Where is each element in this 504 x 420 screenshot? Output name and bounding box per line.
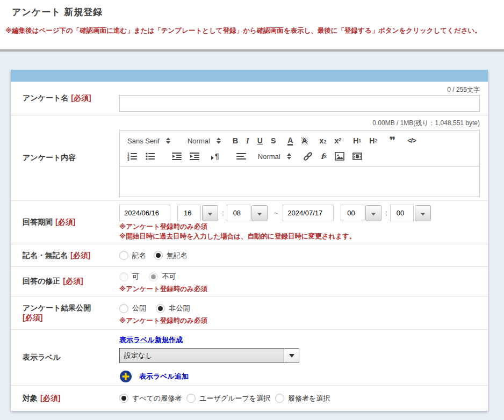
row-modification: 回答の修正 [必須] 可 不可 ※アンケート登録時のみ必須 xyxy=(11,267,488,296)
end-minute-spinner-button[interactable] xyxy=(415,205,431,221)
add-display-label-link[interactable]: 表示ラベル追加 xyxy=(139,372,189,381)
strike-button[interactable]: S xyxy=(271,136,276,146)
row-display-label: 表示ラベル 表示ラベル新規作成 設定なし 表示ラベル追加 xyxy=(11,330,488,386)
updown-arrows-icon xyxy=(166,137,170,144)
start-minute-input[interactable] xyxy=(227,205,250,221)
size-counter: 0.00MB / 1MB(残り：1,048,551 byte) xyxy=(119,119,480,127)
target-label: 対象 [必須] xyxy=(23,386,119,411)
start-hour-spinner-button[interactable] xyxy=(202,205,218,221)
radio-public[interactable]: 公開 xyxy=(119,303,146,313)
period-note-2: ※開始日時に過去日時を入力した場合は、自動的に登録日時に変更されます。 xyxy=(119,232,480,241)
indent-icon[interactable] xyxy=(190,151,199,161)
text-color-button[interactable]: A xyxy=(287,136,293,146)
answer-period-label: 回答期間 [必須] xyxy=(23,201,119,244)
row-survey-content: アンケート内容 0.00MB / 1MB(残り：1,048,551 byte) … xyxy=(11,115,488,201)
start-minute-spinner-button[interactable] xyxy=(251,205,268,221)
updown-arrows-icon xyxy=(287,153,291,160)
editor-content-area[interactable] xyxy=(119,166,480,197)
svg-text:3: 3 xyxy=(127,157,129,161)
radio-circle-icon xyxy=(119,251,128,260)
modification-note: ※アンケート登録時のみ必須 xyxy=(119,285,480,293)
radio-select-students[interactable]: 履修者を選択 xyxy=(275,394,330,403)
anonymity-label: 記名・無記名 [必須] xyxy=(23,244,119,266)
subscript-button[interactable]: x2 xyxy=(320,136,327,146)
start-hour-input[interactable] xyxy=(177,205,201,221)
italic-button[interactable]: I xyxy=(246,136,249,146)
radio-circle-icon xyxy=(186,394,196,403)
create-display-label-link[interactable]: 表示ラベル新規作成 xyxy=(119,335,183,345)
radio-select-user-group[interactable]: ユーザグループを選択 xyxy=(186,394,270,403)
heading-picker[interactable]: Normal xyxy=(188,137,221,145)
radio-private[interactable]: 非公開 xyxy=(156,303,190,313)
align-icon[interactable] xyxy=(236,151,246,161)
radio-named[interactable]: 記名 xyxy=(119,251,146,260)
updown-arrows-icon xyxy=(217,137,221,144)
end-minute-input[interactable] xyxy=(390,205,414,221)
display-label-label: 表示ラベル xyxy=(23,330,119,385)
bold-button[interactable]: B xyxy=(233,136,238,146)
radio-circle-icon xyxy=(119,304,128,313)
formula-icon[interactable]: fx xyxy=(321,151,327,161)
row-survey-name: アンケート名 [必須] 0 / 255文字 xyxy=(11,82,488,115)
radio-circle-icon xyxy=(154,251,163,260)
radio-modification-not-allowed[interactable]: 不可 xyxy=(149,272,176,281)
display-label-select[interactable]: 設定なし xyxy=(119,348,299,363)
survey-name-label: アンケート名 [必須] xyxy=(23,82,119,115)
dropdown-arrow-icon xyxy=(284,349,299,363)
radio-all-students[interactable]: すべての履修者 xyxy=(119,394,182,403)
modification-label: 回答の修正 [必須] xyxy=(23,267,119,296)
size-picker[interactable]: Normal xyxy=(258,153,291,161)
row-anonymity: 記名・無記名 [必須] 記名 無記名 xyxy=(11,244,488,267)
outdent-icon[interactable] xyxy=(172,151,182,161)
row-result-publish: アンケート結果公開 [必須] 公開 非公開 ※アンケート登録時のみ必須 xyxy=(11,296,488,330)
code-button[interactable]: </> xyxy=(407,136,416,146)
required-badge: [必須] xyxy=(40,394,60,403)
required-badge: [必須] xyxy=(63,277,83,286)
result-publish-note: ※アンケート登録時のみ必須 xyxy=(119,316,480,325)
page-title: アンケート 新規登録 xyxy=(12,6,504,18)
period-note-1: ※アンケート登録時のみ必須 xyxy=(119,222,480,231)
plus-icon xyxy=(119,370,132,383)
radio-circle-icon xyxy=(275,394,284,403)
superscript-button[interactable]: x2 xyxy=(334,136,341,146)
highlight-color-button[interactable]: A xyxy=(301,137,307,144)
radio-circle-icon xyxy=(156,304,165,313)
radio-anonymous[interactable]: 無記名 xyxy=(154,251,188,260)
blockquote-button[interactable]: ❞ xyxy=(389,137,395,144)
panel-header-bar xyxy=(11,70,488,82)
row-target: 対象 [必須] すべての履修者 ユーザグループを選択 履修者を選択 xyxy=(11,386,488,411)
radio-circle-icon xyxy=(119,394,128,403)
edit-warning-note: ※編集後はページ下の「確認画面に進む」または「テンプレートとして登録」から確認画… xyxy=(5,26,504,35)
row-answer-period: 回答期間 [必須] : ~ : ※アンケート登録時のみ必須 ※開始日時に過去日時… xyxy=(11,201,488,244)
required-badge: [必須] xyxy=(23,313,42,323)
char-counter: 0 / 255文字 xyxy=(119,85,480,94)
time-colon: : xyxy=(222,209,224,217)
end-date-input[interactable] xyxy=(283,205,334,221)
radio-circle-icon xyxy=(119,272,128,281)
end-hour-spinner-button[interactable] xyxy=(365,205,381,221)
ordered-list-icon[interactable]: 123 xyxy=(127,151,137,161)
time-colon: : xyxy=(385,209,387,217)
add-display-label-button[interactable] xyxy=(119,370,132,383)
header-divider xyxy=(0,49,504,52)
text-direction-icon[interactable]: ¶ xyxy=(211,153,219,160)
h2-button[interactable]: H2 xyxy=(369,136,377,146)
required-badge: [必須] xyxy=(55,218,75,227)
period-tilde: ~ xyxy=(274,209,278,217)
link-icon[interactable] xyxy=(303,151,313,161)
survey-content-label: アンケート内容 xyxy=(23,115,119,200)
font-picker[interactable]: Sans Serif xyxy=(127,137,170,145)
radio-modification-allowed[interactable]: 可 xyxy=(119,272,139,281)
h1-button[interactable]: H1 xyxy=(353,136,361,146)
editor-toolbar: Sans Serif Normal B I U S A A x2 x2 H1 xyxy=(119,130,480,166)
start-date-input[interactable] xyxy=(119,205,170,221)
image-icon[interactable] xyxy=(335,151,344,161)
page-header: アンケート 新規登録 ※編集後はページ下の「確認画面に進む」または「テンプレート… xyxy=(0,0,504,49)
bullet-list-icon[interactable] xyxy=(145,151,155,161)
end-hour-input[interactable] xyxy=(341,205,364,221)
video-icon[interactable] xyxy=(352,151,362,161)
underline-button[interactable]: U xyxy=(257,136,263,146)
required-badge: [必須] xyxy=(70,251,90,260)
survey-name-input[interactable] xyxy=(119,95,480,112)
required-badge: [必須] xyxy=(71,93,91,103)
